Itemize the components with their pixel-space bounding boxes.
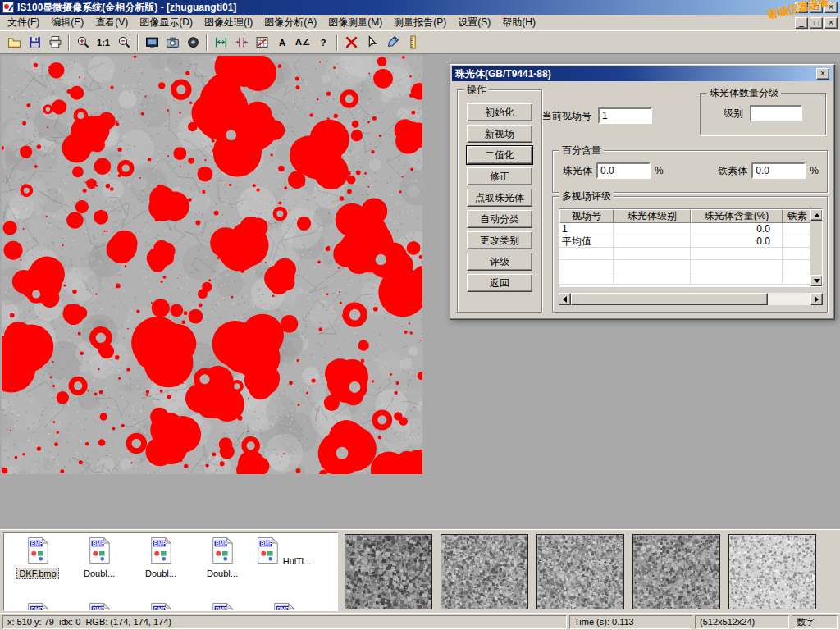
menu-item[interactable]: 图像显示(D) (134, 14, 199, 31)
caliper-outer-icon[interactable] (231, 33, 251, 52)
pearlite-label: 珠光体 (563, 164, 592, 178)
grade-label: 级别 (724, 107, 743, 121)
operation-group-label: 操作 (464, 84, 489, 95)
table-cell (614, 248, 691, 259)
file-item[interactable]: BMPDKF.bmp (7, 536, 68, 579)
image-thumbnail[interactable] (441, 534, 528, 609)
file-name: DKF.bmp (16, 568, 58, 579)
color-picker-icon[interactable] (382, 33, 402, 52)
op-button[interactable]: 新视场 (467, 125, 532, 143)
op-button[interactable]: 二值化 (467, 146, 532, 164)
current-field-input[interactable] (598, 107, 652, 124)
image-thumbnail[interactable] (536, 534, 624, 609)
file-item[interactable]: BMPDoubl... (69, 536, 130, 579)
op-button[interactable]: 评级 (467, 253, 532, 271)
menu-item[interactable]: 图像处理(I) (199, 14, 258, 31)
save-icon[interactable] (25, 33, 44, 52)
angle-annotation-icon[interactable]: A∠ (293, 33, 313, 52)
scroll-down-icon[interactable] (810, 275, 823, 286)
zoom-in-icon[interactable] (73, 33, 93, 52)
menu-item[interactable]: 编辑(E) (45, 14, 89, 31)
text-annotation-icon[interactable]: A (272, 33, 292, 52)
mdi-minimize-icon[interactable]: _ (795, 17, 808, 29)
op-button[interactable]: 更改类别 (467, 231, 532, 249)
actual-size-icon[interactable]: 1:1 (94, 33, 113, 52)
file-item[interactable]: BMPDoubl... (192, 536, 253, 579)
open-folder-icon[interactable] (4, 33, 24, 52)
minimize-icon[interactable]: _ (795, 2, 808, 13)
scrollbar-track[interactable] (571, 293, 810, 305)
camera-icon[interactable] (162, 33, 182, 52)
table-header-cell[interactable]: 视场号 (559, 209, 614, 223)
camera-glyph (166, 35, 180, 49)
table-row[interactable]: 10.0 (559, 223, 810, 235)
pearlite-input[interactable] (596, 162, 651, 179)
horizontal-scrollbar[interactable] (559, 293, 823, 305)
pointer-select-icon[interactable] (362, 33, 381, 52)
menu-item[interactable]: 测量报告(P) (388, 14, 452, 31)
window-title: IS100显微摄像系统(金相分析版) - [zhuguangti01] (17, 1, 795, 15)
op-button[interactable]: 自动分类 (467, 210, 532, 228)
caliper-inner-icon[interactable] (211, 33, 231, 52)
print-icon[interactable] (45, 33, 65, 52)
file-item[interactable]: BMPHuiTi... (253, 536, 314, 567)
vertical-scrollbar[interactable] (810, 209, 822, 286)
capture-frame-glyph (145, 35, 159, 49)
image-thumbnail[interactable] (345, 534, 432, 609)
video-icon[interactable] (183, 33, 203, 52)
table-cell (691, 248, 783, 259)
ferrite-input[interactable] (751, 162, 806, 179)
mdi-restore-icon[interactable]: □ (810, 17, 823, 29)
multifield-group: 多视场评级 视场号珠光体级别珠光体含量(%)铁素 10.0平均值0.0 (552, 196, 828, 313)
menu-item[interactable]: 图像分析(A) (258, 14, 322, 31)
mdi-close-icon[interactable]: × (824, 17, 838, 29)
help-icon[interactable]: ? (313, 33, 333, 52)
dialog-close-icon[interactable]: × (816, 68, 829, 80)
file-item[interactable]: BMP (7, 602, 68, 611)
menu-item[interactable]: 文件(F) (2, 14, 45, 31)
capture-frame-icon[interactable] (142, 33, 162, 52)
scroll-up-icon[interactable] (810, 209, 823, 221)
titlebar[interactable]: IS100显微摄像系统(金相分析版) - [zhuguangti01] _ □ … (0, 0, 840, 15)
table-row[interactable]: 平均值0.0 (559, 235, 810, 248)
menu-item[interactable]: 设置(S) (452, 14, 496, 31)
file-name: Doubl... (204, 568, 240, 579)
dialog-title: 珠光体(GB/T9441-88) (455, 67, 816, 81)
op-button[interactable]: 初始化 (467, 103, 532, 121)
file-item[interactable]: BMP (192, 602, 253, 611)
op-button[interactable]: 点取珠光体 (467, 189, 532, 207)
table-cell (783, 248, 811, 259)
table-header-cell[interactable]: 铁素 (783, 209, 811, 223)
metallographic-image[interactable] (2, 56, 422, 474)
op-button[interactable]: 修正 (467, 167, 532, 185)
zoom-out-icon[interactable] (114, 33, 134, 52)
measure-grid-icon[interactable] (252, 33, 272, 52)
file-item[interactable]: BMP (69, 602, 130, 611)
close-icon[interactable]: × (824, 2, 838, 13)
menu-item[interactable]: 查看(V) (89, 14, 134, 31)
menu-item[interactable]: 帮助(H) (496, 14, 541, 31)
menu-item[interactable]: 图像测量(M) (322, 14, 388, 31)
file-name: HuiTi... (281, 555, 313, 567)
table-header-cell[interactable]: 珠光体级别 (614, 209, 691, 223)
open-folder-glyph (7, 35, 21, 49)
table-header-cell[interactable]: 珠光体含量(%) (691, 209, 783, 223)
op-button[interactable]: 返回 (467, 274, 532, 292)
dialog-titlebar[interactable]: 珠光体(GB/T9441-88) × (452, 66, 833, 81)
maximize-icon[interactable]: □ (810, 2, 823, 13)
table-empty-row (559, 248, 810, 260)
grade-input[interactable] (750, 105, 802, 121)
image-thumbnail[interactable] (632, 534, 720, 609)
cut-red-icon[interactable] (341, 33, 361, 52)
table-cell (783, 223, 811, 235)
toolbar: 1:1AA∠? (0, 31, 840, 54)
scrollbar-thumb[interactable] (571, 293, 768, 305)
image-thumbnail[interactable] (728, 534, 816, 609)
scroll-left-icon[interactable] (559, 293, 571, 305)
file-item[interactable]: BMPDoubl... (130, 536, 191, 579)
vertical-ruler-icon[interactable] (403, 33, 422, 52)
scroll-right-icon[interactable] (810, 293, 823, 305)
file-item[interactable]: BMP (130, 602, 191, 611)
svg-text:BMP: BMP (216, 606, 228, 611)
file-item[interactable]: BMP (253, 602, 314, 611)
